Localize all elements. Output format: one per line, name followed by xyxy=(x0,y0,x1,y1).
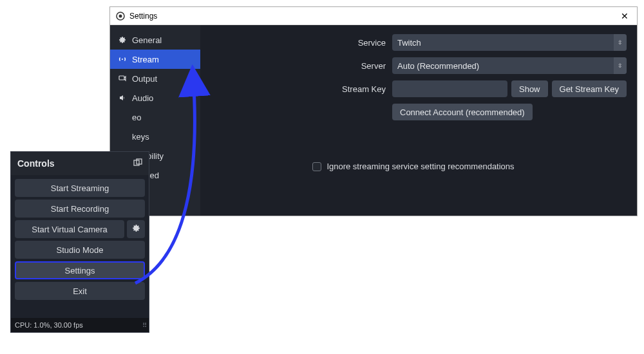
sidebar-item-hotkeys[interactable]: keys xyxy=(110,127,200,146)
sidebar-label-output: Output xyxy=(132,74,157,84)
app-icon xyxy=(115,11,126,21)
gear-icon xyxy=(132,224,140,234)
ignore-recommendations-label: Ignore streaming service setting recomme… xyxy=(327,162,514,171)
settings-window: Settings ✕ General Stream Output Audio xyxy=(109,6,638,216)
sidebar-item-stream[interactable]: Stream xyxy=(110,50,200,69)
controls-body: Start Streaming Start Recording Start Vi… xyxy=(11,175,149,318)
studio-mode-button[interactable]: Studio Mode xyxy=(15,241,145,259)
svg-rect-2 xyxy=(119,76,124,80)
service-label: Service xyxy=(200,38,392,48)
chevron-updown-icon: ⇳ xyxy=(614,57,627,74)
service-value: Twitch xyxy=(397,38,421,48)
status-text: CPU: 1.0%, 30.00 fps xyxy=(15,321,83,329)
start-recording-button[interactable]: Start Recording xyxy=(15,200,145,218)
gear-icon xyxy=(118,35,127,44)
video-icon xyxy=(118,113,127,122)
server-value: Auto (Recommended) xyxy=(397,61,479,71)
get-stream-key-button[interactable]: Get Stream Key xyxy=(552,80,627,97)
sidebar-item-audio[interactable]: Audio xyxy=(110,88,200,107)
window-title: Settings xyxy=(129,12,157,21)
sidebar-label-audio: Audio xyxy=(132,93,153,103)
controls-footer: CPU: 1.0%, 30.00 fps ⠿ xyxy=(11,318,149,332)
ignore-recommendations-checkbox[interactable] xyxy=(312,162,321,171)
settings-body: General Stream Output Audio eo keys xyxy=(110,25,637,216)
server-select[interactable]: Auto (Recommended) ⇳ xyxy=(392,57,627,74)
start-streaming-button[interactable]: Start Streaming xyxy=(15,179,145,197)
close-icon[interactable]: ✕ xyxy=(618,11,632,21)
sidebar-label-general: General xyxy=(132,35,162,45)
audio-icon xyxy=(118,93,127,102)
chevron-updown-icon: ⇳ xyxy=(614,34,627,51)
connect-account-button[interactable]: Connect Account (recommended) xyxy=(392,104,533,120)
streamkey-label: Stream Key xyxy=(200,84,392,94)
settings-content: Service Twitch ⇳ Server Auto (Recommende… xyxy=(200,25,637,216)
controls-title: Controls xyxy=(17,158,55,169)
sidebar-item-general[interactable]: General xyxy=(110,30,200,50)
server-label: Server xyxy=(200,61,392,71)
output-icon xyxy=(118,74,127,83)
controls-header: Controls xyxy=(11,152,149,175)
hotkeys-icon xyxy=(118,132,127,141)
controls-panel: Controls Start Streaming Start Recording… xyxy=(10,151,149,333)
dock-icon[interactable] xyxy=(133,158,142,169)
start-virtual-camera-button[interactable]: Start Virtual Camera xyxy=(15,220,124,238)
settings-button[interactable]: Settings xyxy=(15,261,145,279)
exit-button[interactable]: Exit xyxy=(15,282,145,300)
svg-point-1 xyxy=(119,14,122,17)
show-button[interactable]: Show xyxy=(511,80,548,97)
service-select[interactable]: Twitch ⇳ xyxy=(392,34,627,51)
titlebar: Settings ✕ xyxy=(110,7,637,25)
sidebar-item-output[interactable]: Output xyxy=(110,69,200,88)
sidebar-label-stream: Stream xyxy=(132,55,159,64)
resize-grip-icon[interactable]: ⠿ xyxy=(142,322,145,329)
virtual-camera-settings-button[interactable] xyxy=(127,220,145,238)
antenna-icon xyxy=(118,55,127,64)
sidebar-item-video[interactable]: eo xyxy=(110,107,200,127)
streamkey-input[interactable] xyxy=(392,80,507,97)
sidebar-label-video: eo xyxy=(132,113,141,122)
sidebar-label-hotkeys: keys xyxy=(132,132,149,142)
